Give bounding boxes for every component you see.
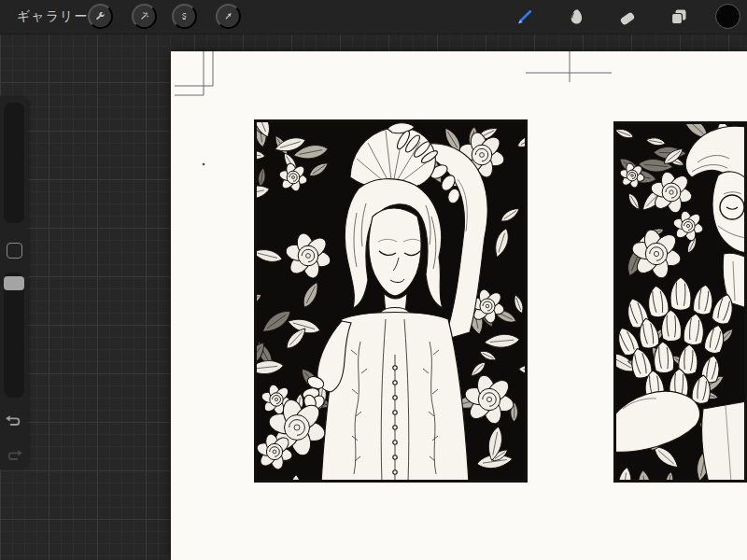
paint-tool-button[interactable]	[512, 4, 538, 30]
erase-tool-button[interactable]	[614, 4, 641, 30]
canvas[interactable]	[171, 51, 747, 560]
undo-button[interactable]	[4, 414, 24, 429]
selection-s-icon	[179, 7, 190, 25]
layers-icon	[669, 7, 689, 27]
color-swatch[interactable]	[715, 4, 740, 29]
opacity-slider[interactable]	[4, 273, 24, 398]
transform-arrow-icon	[223, 7, 233, 25]
selection-button[interactable]	[172, 4, 197, 29]
artwork-figure-with-tulips	[613, 121, 747, 483]
opacity-handle[interactable]	[4, 276, 24, 290]
redo-button[interactable]	[4, 449, 24, 464]
modify-button[interactable]	[7, 243, 22, 259]
layers-button[interactable]	[666, 4, 692, 30]
smudge-tool-button[interactable]	[563, 4, 589, 30]
sidebar-tools	[0, 96, 28, 469]
redo-icon	[4, 449, 24, 464]
transform-button[interactable]	[216, 4, 241, 29]
paint-brush-icon	[514, 7, 535, 27]
undo-icon	[4, 414, 24, 429]
wrench-icon	[95, 7, 106, 25]
artwork-portrait-with-camellias	[254, 119, 528, 483]
adjustments-button[interactable]	[132, 4, 157, 29]
top-toolbar: ギャラリー	[0, 0, 747, 35]
actions-button[interactable]	[88, 4, 113, 29]
magic-wand-icon	[139, 7, 149, 25]
eraser-icon	[617, 7, 638, 27]
gallery-button[interactable]: ギャラリー	[17, 8, 88, 25]
smudge-icon	[566, 7, 586, 27]
brush-size-slider[interactable]	[4, 103, 24, 223]
